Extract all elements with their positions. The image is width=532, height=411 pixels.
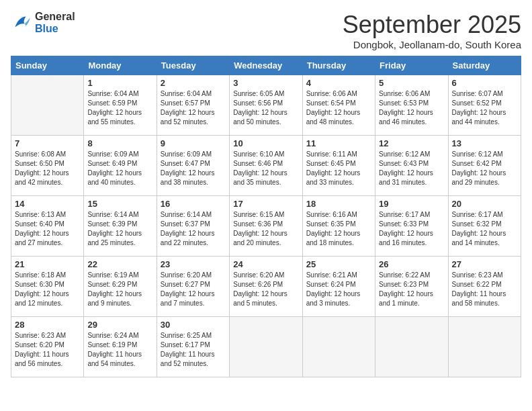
logo-icon bbox=[11, 12, 32, 34]
cell-info: Sunrise: 6:09 AMSunset: 6:47 PMDaylight:… bbox=[161, 150, 226, 187]
calendar-cell: 21Sunrise: 6:18 AMSunset: 6:30 PMDayligh… bbox=[11, 257, 84, 317]
day-number: 14 bbox=[15, 199, 80, 209]
cell-info: Sunrise: 6:17 AMSunset: 6:32 PMDaylight:… bbox=[452, 210, 517, 248]
day-header-thursday: Thursday bbox=[302, 56, 375, 75]
calendar-cell: 22Sunrise: 6:19 AMSunset: 6:29 PMDayligh… bbox=[84, 257, 157, 317]
cell-info: Sunrise: 6:17 AMSunset: 6:33 PMDaylight:… bbox=[379, 210, 444, 248]
day-number: 23 bbox=[161, 259, 226, 269]
day-header-saturday: Saturday bbox=[448, 56, 521, 75]
cell-info: Sunrise: 6:22 AMSunset: 6:23 PMDaylight:… bbox=[379, 271, 444, 308]
day-header-tuesday: Tuesday bbox=[157, 56, 229, 75]
day-number: 22 bbox=[87, 259, 152, 269]
calendar-cell: 7Sunrise: 6:08 AMSunset: 6:50 PMDaylight… bbox=[11, 136, 84, 196]
cell-info: Sunrise: 6:11 AMSunset: 6:45 PMDaylight:… bbox=[306, 150, 371, 187]
calendar-cell: 13Sunrise: 6:12 AMSunset: 6:42 PMDayligh… bbox=[448, 136, 521, 196]
day-number: 18 bbox=[306, 199, 371, 209]
cell-info: Sunrise: 6:04 AMSunset: 6:57 PMDaylight:… bbox=[161, 89, 226, 127]
day-number: 9 bbox=[161, 138, 226, 148]
day-number: 16 bbox=[161, 199, 226, 209]
calendar-cell: 29Sunrise: 6:24 AMSunset: 6:19 PMDayligh… bbox=[84, 317, 157, 377]
calendar-cell: 18Sunrise: 6:16 AMSunset: 6:35 PMDayligh… bbox=[302, 196, 375, 257]
calendar-week-2: 7Sunrise: 6:08 AMSunset: 6:50 PMDaylight… bbox=[11, 136, 521, 196]
cell-info: Sunrise: 6:21 AMSunset: 6:24 PMDaylight:… bbox=[306, 271, 371, 308]
day-number: 5 bbox=[379, 78, 444, 88]
calendar-cell bbox=[375, 317, 448, 377]
day-number: 20 bbox=[452, 199, 517, 209]
calendar-cell: 23Sunrise: 6:20 AMSunset: 6:27 PMDayligh… bbox=[157, 257, 229, 317]
day-number: 6 bbox=[452, 78, 517, 88]
day-number: 1 bbox=[87, 78, 152, 88]
calendar-cell: 1Sunrise: 6:04 AMSunset: 6:59 PMDaylight… bbox=[84, 75, 157, 136]
cell-info: Sunrise: 6:20 AMSunset: 6:26 PMDaylight:… bbox=[233, 271, 298, 308]
cell-info: Sunrise: 6:23 AMSunset: 6:22 PMDaylight:… bbox=[452, 271, 517, 308]
calendar-cell: 9Sunrise: 6:09 AMSunset: 6:47 PMDaylight… bbox=[157, 136, 229, 196]
day-number: 3 bbox=[233, 78, 298, 88]
day-number: 30 bbox=[161, 320, 226, 330]
logo-text: General Blue bbox=[35, 11, 75, 35]
calendar-cell: 15Sunrise: 6:14 AMSunset: 6:39 PMDayligh… bbox=[84, 196, 157, 257]
day-header-wednesday: Wednesday bbox=[230, 56, 302, 75]
calendar-cell: 28Sunrise: 6:23 AMSunset: 6:20 PMDayligh… bbox=[11, 317, 84, 377]
calendar-cell: 27Sunrise: 6:23 AMSunset: 6:22 PMDayligh… bbox=[448, 257, 521, 317]
day-number: 13 bbox=[452, 138, 517, 148]
cell-info: Sunrise: 6:12 AMSunset: 6:42 PMDaylight:… bbox=[452, 150, 517, 187]
calendar-cell: 10Sunrise: 6:10 AMSunset: 6:46 PMDayligh… bbox=[230, 136, 302, 196]
calendar-cell: 4Sunrise: 6:06 AMSunset: 6:54 PMDaylight… bbox=[302, 75, 375, 136]
calendar-header-row: SundayMondayTuesdayWednesdayThursdayFrid… bbox=[11, 56, 521, 75]
cell-info: Sunrise: 6:14 AMSunset: 6:39 PMDaylight:… bbox=[87, 210, 152, 248]
day-number: 15 bbox=[87, 199, 152, 209]
cell-info: Sunrise: 6:25 AMSunset: 6:17 PMDaylight:… bbox=[161, 331, 226, 369]
calendar-week-3: 14Sunrise: 6:13 AMSunset: 6:40 PMDayligh… bbox=[11, 196, 521, 257]
cell-info: Sunrise: 6:15 AMSunset: 6:36 PMDaylight:… bbox=[233, 210, 298, 248]
day-number: 24 bbox=[233, 259, 298, 269]
cell-info: Sunrise: 6:12 AMSunset: 6:43 PMDaylight:… bbox=[379, 150, 444, 187]
calendar-week-5: 28Sunrise: 6:23 AMSunset: 6:20 PMDayligh… bbox=[11, 317, 521, 377]
day-number: 11 bbox=[306, 138, 371, 148]
logo: General Blue bbox=[11, 11, 75, 35]
day-number: 17 bbox=[233, 199, 298, 209]
cell-info: Sunrise: 6:20 AMSunset: 6:27 PMDaylight:… bbox=[161, 271, 226, 308]
calendar-cell: 3Sunrise: 6:05 AMSunset: 6:56 PMDaylight… bbox=[230, 75, 302, 136]
month-title: September 2025 bbox=[343, 11, 521, 39]
calendar-cell: 24Sunrise: 6:20 AMSunset: 6:26 PMDayligh… bbox=[230, 257, 302, 317]
day-number: 29 bbox=[87, 320, 152, 330]
day-number: 19 bbox=[379, 199, 444, 209]
calendar-cell: 14Sunrise: 6:13 AMSunset: 6:40 PMDayligh… bbox=[11, 196, 84, 257]
calendar-week-4: 21Sunrise: 6:18 AMSunset: 6:30 PMDayligh… bbox=[11, 257, 521, 317]
calendar-cell: 30Sunrise: 6:25 AMSunset: 6:17 PMDayligh… bbox=[157, 317, 229, 377]
calendar-cell: 12Sunrise: 6:12 AMSunset: 6:43 PMDayligh… bbox=[375, 136, 448, 196]
day-number: 26 bbox=[379, 259, 444, 269]
cell-info: Sunrise: 6:08 AMSunset: 6:50 PMDaylight:… bbox=[15, 150, 80, 187]
cell-info: Sunrise: 6:07 AMSunset: 6:52 PMDaylight:… bbox=[452, 89, 517, 127]
calendar-cell: 25Sunrise: 6:21 AMSunset: 6:24 PMDayligh… bbox=[302, 257, 375, 317]
calendar-cell bbox=[448, 317, 521, 377]
calendar-cell: 26Sunrise: 6:22 AMSunset: 6:23 PMDayligh… bbox=[375, 257, 448, 317]
day-number: 25 bbox=[306, 259, 371, 269]
cell-info: Sunrise: 6:14 AMSunset: 6:37 PMDaylight:… bbox=[161, 210, 226, 248]
cell-info: Sunrise: 6:09 AMSunset: 6:49 PMDaylight:… bbox=[87, 150, 152, 187]
day-number: 10 bbox=[233, 138, 298, 148]
calendar-cell: 11Sunrise: 6:11 AMSunset: 6:45 PMDayligh… bbox=[302, 136, 375, 196]
calendar-cell: 2Sunrise: 6:04 AMSunset: 6:57 PMDaylight… bbox=[157, 75, 229, 136]
location: Dongbok, Jeollanam-do, South Korea bbox=[343, 39, 521, 50]
calendar-week-1: 1Sunrise: 6:04 AMSunset: 6:59 PMDaylight… bbox=[11, 75, 521, 136]
calendar-body: 1Sunrise: 6:04 AMSunset: 6:59 PMDaylight… bbox=[11, 75, 521, 377]
day-number: 21 bbox=[15, 259, 80, 269]
calendar-cell: 8Sunrise: 6:09 AMSunset: 6:49 PMDaylight… bbox=[84, 136, 157, 196]
page-header: General Blue September 2025 Dongbok, Jeo… bbox=[11, 11, 521, 50]
title-block: September 2025 Dongbok, Jeollanam-do, So… bbox=[343, 11, 521, 50]
calendar-cell: 16Sunrise: 6:14 AMSunset: 6:37 PMDayligh… bbox=[157, 196, 229, 257]
calendar-cell: 6Sunrise: 6:07 AMSunset: 6:52 PMDaylight… bbox=[448, 75, 521, 136]
cell-info: Sunrise: 6:19 AMSunset: 6:29 PMDaylight:… bbox=[87, 271, 152, 308]
calendar-cell: 17Sunrise: 6:15 AMSunset: 6:36 PMDayligh… bbox=[230, 196, 302, 257]
cell-info: Sunrise: 6:10 AMSunset: 6:46 PMDaylight:… bbox=[233, 150, 298, 187]
day-header-sunday: Sunday bbox=[11, 56, 84, 75]
cell-info: Sunrise: 6:13 AMSunset: 6:40 PMDaylight:… bbox=[15, 210, 80, 248]
day-number: 28 bbox=[15, 320, 80, 330]
day-header-monday: Monday bbox=[84, 56, 157, 75]
calendar-cell: 19Sunrise: 6:17 AMSunset: 6:33 PMDayligh… bbox=[375, 196, 448, 257]
calendar-cell bbox=[230, 317, 302, 377]
calendar-table: SundayMondayTuesdayWednesdayThursdayFrid… bbox=[11, 56, 521, 377]
calendar-cell bbox=[11, 75, 84, 136]
day-number: 7 bbox=[15, 138, 80, 148]
